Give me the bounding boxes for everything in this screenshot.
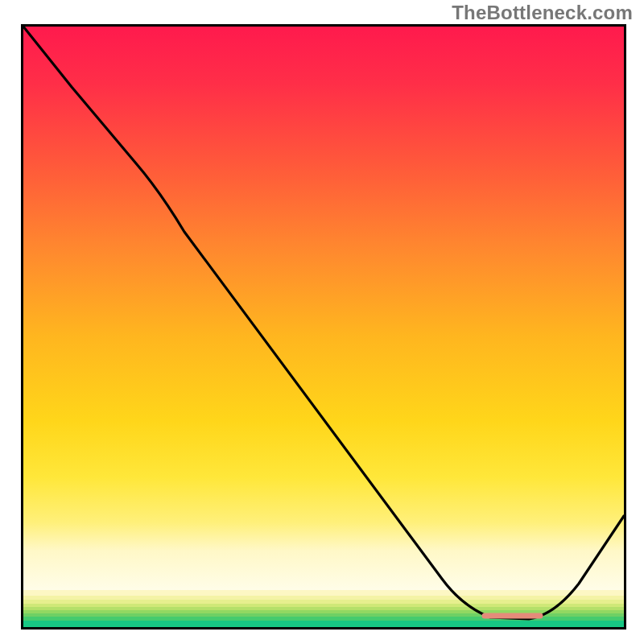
band	[23, 621, 624, 627]
chart-area	[21, 24, 626, 630]
band	[23, 590, 624, 596]
band	[23, 604, 624, 607]
gradient-fill	[23, 27, 624, 590]
chart-svg	[23, 27, 624, 627]
attribution-text: TheBottleneck.com	[452, 2, 633, 24]
band	[23, 607, 624, 610]
band	[23, 610, 624, 613]
band	[23, 600, 624, 604]
band	[23, 596, 624, 600]
